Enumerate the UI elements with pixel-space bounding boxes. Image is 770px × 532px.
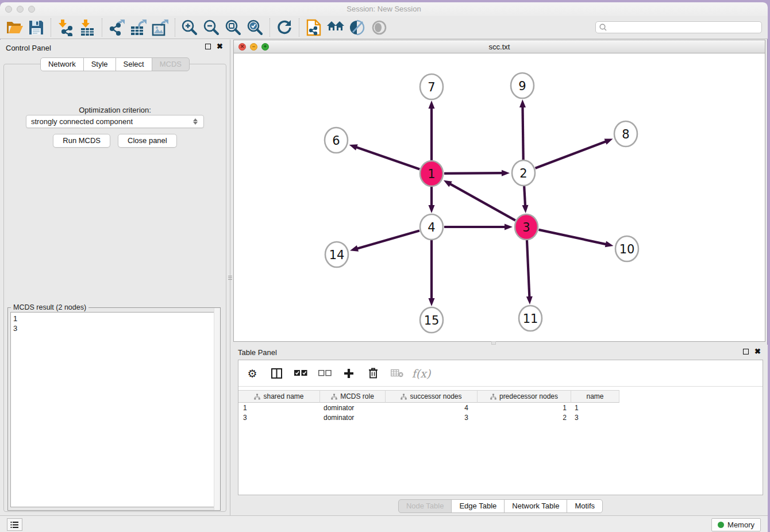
criterion-dropdown-value: strongly connected component xyxy=(31,117,193,126)
table-panel-tabs: Node TableEdge TableNetwork TableMotifs xyxy=(233,499,768,513)
graph-node-label: 2 xyxy=(519,167,527,180)
float-table-panel-button[interactable] xyxy=(743,349,749,354)
graph-edge-1-2[interactable] xyxy=(444,173,503,174)
horizontal-splitter-handle[interactable] xyxy=(491,341,496,345)
table-cell[interactable]: dominator xyxy=(320,413,386,422)
node-table: ⚙ xyxy=(238,360,763,495)
memory-button[interactable]: Memory xyxy=(711,518,761,531)
table-settings-button[interactable]: ⚙ xyxy=(245,365,259,382)
zoom-out-icon xyxy=(203,19,220,36)
table-cell[interactable]: 1 xyxy=(571,403,619,413)
close-panel-button[interactable]: Close panel xyxy=(118,134,177,148)
fx-icon: f(x) xyxy=(412,367,431,380)
network-view-window: ✕ − + scc.txt 7968124314101511 xyxy=(233,40,765,342)
network-graph[interactable]: 7968124314101511 xyxy=(234,53,765,341)
column-header-successor-nodes[interactable]: successor nodes xyxy=(386,390,478,403)
deselect-all-columns-button[interactable] xyxy=(318,365,332,382)
open-session-button[interactable] xyxy=(3,18,25,37)
toolbar-separator xyxy=(299,18,299,37)
refresh-icon xyxy=(276,20,292,36)
table-cell[interactable]: dominator xyxy=(320,403,386,413)
tab-style[interactable]: Style xyxy=(83,57,116,71)
task-history-button[interactable] xyxy=(7,518,22,531)
export-network-icon xyxy=(108,19,125,36)
graph-edge-2-3[interactable] xyxy=(524,186,525,207)
graph-edge-arrowhead xyxy=(429,298,435,306)
toggle-columns-button[interactable] xyxy=(270,365,283,382)
two-houses-button[interactable] xyxy=(325,18,346,37)
tab-network[interactable]: Network xyxy=(40,57,84,71)
table-cell[interactable]: 3 xyxy=(238,413,320,422)
column-header-shared-name[interactable]: shared name xyxy=(238,390,320,403)
control-panel: Control Panel ✖ NetworkStyleSelectMCDS O… xyxy=(0,40,230,515)
tab-select[interactable]: Select xyxy=(116,57,152,71)
two-houses-icon xyxy=(326,20,345,35)
table-row[interactable]: 1dominator411 xyxy=(238,403,619,413)
mcds-result-text[interactable]: 13 xyxy=(10,312,218,507)
graph-node-label: 3 xyxy=(522,221,530,234)
zoom-in-button[interactable] xyxy=(179,18,201,37)
column-header-name[interactable]: name xyxy=(571,390,619,403)
close-table-panel-button[interactable]: ✖ xyxy=(754,349,761,354)
zoom-fit-button[interactable] xyxy=(222,18,244,37)
birds-eye-button[interactable] xyxy=(368,18,390,37)
table-row[interactable]: 3dominator323 xyxy=(238,413,619,422)
graph-edge-2-8[interactable] xyxy=(536,141,607,168)
graph-node-label: 7 xyxy=(428,80,435,94)
column-header-MCDS-role[interactable]: MCDS role xyxy=(320,390,386,403)
tab-mcds[interactable]: MCDS xyxy=(152,57,190,71)
graph-node-label: 4 xyxy=(428,221,435,234)
vertical-splitter-handle[interactable] xyxy=(228,271,232,284)
delete-column-button[interactable] xyxy=(366,365,380,382)
tab-motifs[interactable]: Motifs xyxy=(567,499,603,513)
toolbar-separator xyxy=(51,18,51,37)
graph-edge-3-10[interactable] xyxy=(538,230,607,245)
graph-edge-2-9[interactable] xyxy=(522,106,523,160)
zoom-fit-icon xyxy=(225,19,242,36)
network-window-titlebar[interactable]: ✕ − + scc.txt xyxy=(234,40,765,53)
graph-edge-3-1[interactable] xyxy=(449,183,515,221)
export-image-button[interactable] xyxy=(149,18,171,37)
criterion-dropdown[interactable]: strongly connected component xyxy=(26,115,204,128)
toolbar-separator xyxy=(270,18,270,37)
run-mcds-button[interactable]: Run MCDS xyxy=(53,134,110,148)
status-bar: Memory xyxy=(0,515,768,532)
graph-edge-1-6[interactable] xyxy=(355,147,419,169)
result-scrollbar[interactable] xyxy=(214,308,220,510)
zoom-out-button[interactable] xyxy=(201,18,222,37)
import-network-button[interactable] xyxy=(55,18,76,37)
zoom-selected-button[interactable] xyxy=(244,18,266,37)
tab-edge-table[interactable]: Edge Table xyxy=(451,499,505,513)
select-all-columns-button[interactable] xyxy=(294,365,307,382)
float-panel-button[interactable] xyxy=(205,44,211,49)
graphics-details-eye-icon xyxy=(349,20,366,36)
tab-node-table[interactable]: Node Table xyxy=(398,499,452,513)
tree-icon xyxy=(490,394,496,400)
graph-edge-arrowhead xyxy=(429,205,435,213)
save-session-button[interactable] xyxy=(25,18,47,37)
search-input[interactable] xyxy=(595,21,762,33)
apply-layout-button[interactable] xyxy=(274,18,295,37)
table-cell[interactable]: 1 xyxy=(478,403,571,413)
export-network-button[interactable] xyxy=(106,18,128,37)
table-cell[interactable]: 4 xyxy=(386,403,478,413)
table-cell[interactable]: 1 xyxy=(238,403,320,413)
close-panel-icon-button[interactable]: ✖ xyxy=(217,44,223,49)
table-cell[interactable]: 2 xyxy=(478,413,571,422)
table-cell[interactable]: 3 xyxy=(386,413,478,422)
mcds-result-box: MCDS result (2 nodes) 13 xyxy=(7,307,221,511)
column-header-predecessor-nodes[interactable]: predecessor nodes xyxy=(478,390,571,403)
import-table-button[interactable] xyxy=(76,18,98,37)
new-network-from-selection-button[interactable] xyxy=(303,18,325,37)
graph-edge-3-11[interactable] xyxy=(527,240,529,298)
export-table-button[interactable] xyxy=(128,18,149,37)
tab-network-table[interactable]: Network Table xyxy=(504,499,567,513)
add-column-button[interactable] xyxy=(342,365,356,382)
table-cell[interactable]: 3 xyxy=(571,413,619,422)
eye-icon xyxy=(372,20,387,35)
graph-edge-arrowhead xyxy=(502,170,510,176)
main-toolbar xyxy=(0,16,768,39)
function-builder-button-disabled: f(x) xyxy=(414,365,428,382)
graph-edge-4-14[interactable] xyxy=(356,230,419,249)
graphics-details-button[interactable] xyxy=(346,18,368,37)
